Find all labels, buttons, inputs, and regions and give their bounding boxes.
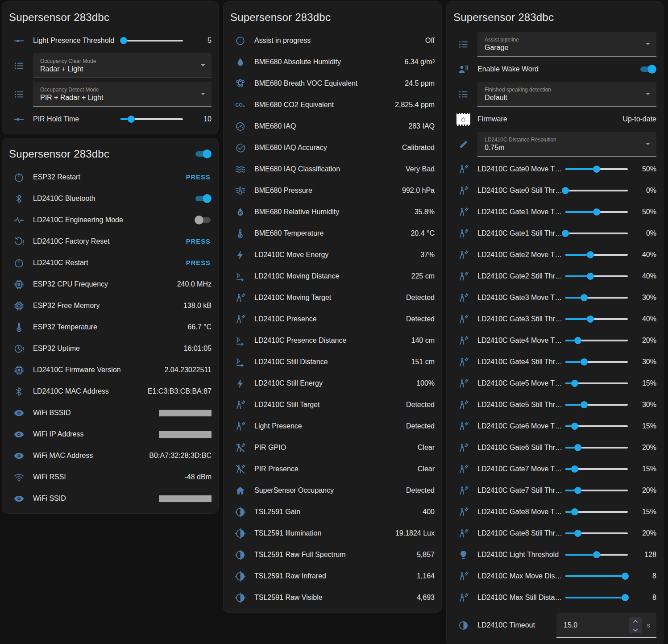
slider-thumb[interactable] [622, 573, 629, 580]
toggle[interactable] [639, 65, 656, 74]
slider-thumb[interactable] [587, 273, 594, 280]
entity-row: BME680 IAQ ClassificationVery Bad [223, 158, 442, 180]
slider[interactable] [565, 465, 628, 474]
slider[interactable] [565, 186, 628, 195]
slider-thumb[interactable] [574, 444, 581, 451]
slider-thumb[interactable] [622, 594, 629, 601]
column-right: Supersensor 283dbcAssist pipelineGarageE… [446, 1, 664, 644]
slider-thumb[interactable] [593, 166, 600, 173]
press-button[interactable]: PRESS [185, 257, 212, 269]
entity-label: ESP32 Free Memory [31, 302, 181, 310]
lightbulb-icon [453, 549, 473, 561]
account-voice-icon [453, 64, 473, 75]
slider[interactable] [120, 36, 183, 45]
entity-label: BME680 Temperature [253, 229, 408, 237]
slider-thumb[interactable] [562, 187, 569, 194]
entity-row: LD2410C Gate8 Still Thres…20% [446, 523, 664, 544]
slider[interactable] [565, 593, 628, 602]
select-field[interactable]: Finished speaking detectionDefault [477, 82, 656, 107]
eye-icon [9, 407, 29, 419]
stepper-down-icon[interactable] [633, 626, 638, 634]
toggle-thumb [195, 216, 203, 224]
slider[interactable] [565, 229, 628, 238]
slider-thumb[interactable] [574, 487, 581, 494]
slider[interactable] [565, 572, 628, 581]
slider[interactable] [565, 443, 628, 452]
entity-label: LD2410C Gate3 Still Thres… [476, 315, 563, 323]
column-middle: Supersensor 283dbcAssist in progressOffB… [223, 1, 442, 644]
slider-thumb[interactable] [587, 251, 594, 258]
number-input[interactable] [564, 621, 629, 629]
select-caption: Assist pipeline [485, 37, 646, 43]
slider-thumb[interactable] [562, 230, 569, 237]
slider[interactable] [565, 336, 628, 345]
toggle[interactable] [195, 194, 212, 203]
slider[interactable] [565, 357, 628, 366]
slider-thumb[interactable] [574, 530, 581, 537]
slider-thumb[interactable] [571, 423, 578, 430]
entity-row: LD2410C Gate5 Move Thr…15% [446, 373, 664, 394]
entity-value: Off [425, 37, 435, 45]
slider-thumb[interactable] [581, 358, 588, 366]
entity-value: 2.04.23022511 [164, 366, 212, 374]
entity-value: 5,857 [417, 551, 435, 559]
slider[interactable] [565, 550, 628, 559]
entity-row: PIR GPIOClear [223, 437, 442, 458]
slider-value: 15% [631, 379, 656, 387]
entity-row: WiFi RSSI-48 dBm [2, 466, 219, 488]
entity-row: TSL2591 Raw Full Spectrum5,857 [223, 544, 442, 565]
slider[interactable] [565, 250, 628, 259]
slider-thumb[interactable] [120, 37, 127, 44]
press-button[interactable]: PRESS [185, 235, 212, 248]
select-row: Occupancy Clear ModeRadar + Light [2, 51, 219, 80]
slider[interactable] [565, 272, 628, 281]
entity-value: 283 IAQ [408, 122, 435, 130]
stepper-up-icon[interactable] [633, 617, 638, 625]
entity-label: BME680 IAQ [253, 122, 406, 130]
entity-label: Light Presence [253, 422, 403, 430]
select-field[interactable]: LD2410C Distance Resolution0.75m [477, 132, 656, 157]
entity-label: LD2410C Gate8 Move Thr… [476, 508, 563, 516]
slider[interactable] [565, 486, 628, 495]
motion-sensor-icon [453, 249, 473, 261]
slider[interactable] [565, 208, 628, 216]
entity-row: LD2410C Gate1 Still Thres…0% [446, 223, 664, 244]
slider-thumb[interactable] [581, 401, 588, 408]
entity-value: 4,693 [417, 594, 435, 602]
redacted-value-bar [159, 410, 212, 416]
slider-thumb[interactable] [593, 551, 600, 558]
slider-thumb[interactable] [574, 337, 581, 344]
molecule-icon [230, 78, 250, 89]
slider-thumb[interactable] [581, 294, 588, 301]
select-field[interactable]: Occupancy Detect ModePIR + Radar + Light [33, 82, 212, 107]
slider[interactable] [565, 165, 628, 174]
slider-thumb[interactable] [571, 380, 578, 387]
radiobox-icon [230, 35, 250, 46]
toggle[interactable] [195, 216, 212, 224]
card-header: Supersensor 283dbc [446, 1, 664, 30]
select-field[interactable]: Assist pipelineGarage [477, 32, 656, 57]
entity-label: BME680 IAQ Classification [253, 165, 403, 173]
select-field[interactable]: Occupancy Clear ModeRadar + Light [33, 53, 212, 78]
press-button[interactable]: PRESS [185, 171, 212, 183]
slider-thumb[interactable] [593, 208, 600, 216]
slider[interactable] [565, 507, 628, 516]
slider[interactable] [565, 400, 628, 409]
entity-label: TSL2591 Raw Infrared [253, 572, 414, 580]
slider[interactable] [120, 115, 183, 124]
slider-thumb[interactable] [587, 316, 594, 323]
number-stepper[interactable] [629, 617, 642, 633]
slider-thumb[interactable] [571, 465, 578, 473]
slider[interactable] [565, 379, 628, 388]
slider[interactable] [565, 529, 628, 538]
slider-thumb[interactable] [571, 508, 578, 515]
entity-row: TSL2591 Illumination19.1824 Lux [223, 523, 442, 544]
motion-sensor-icon [230, 292, 250, 303]
air-filter-icon [230, 164, 250, 175]
select-texts: Finished speaking detectionDefault [485, 87, 646, 102]
slider-thumb[interactable] [128, 116, 135, 123]
slider[interactable] [565, 315, 628, 324]
slider[interactable] [565, 422, 628, 431]
slider[interactable] [565, 293, 628, 302]
card-header-toggle[interactable] [195, 150, 212, 158]
